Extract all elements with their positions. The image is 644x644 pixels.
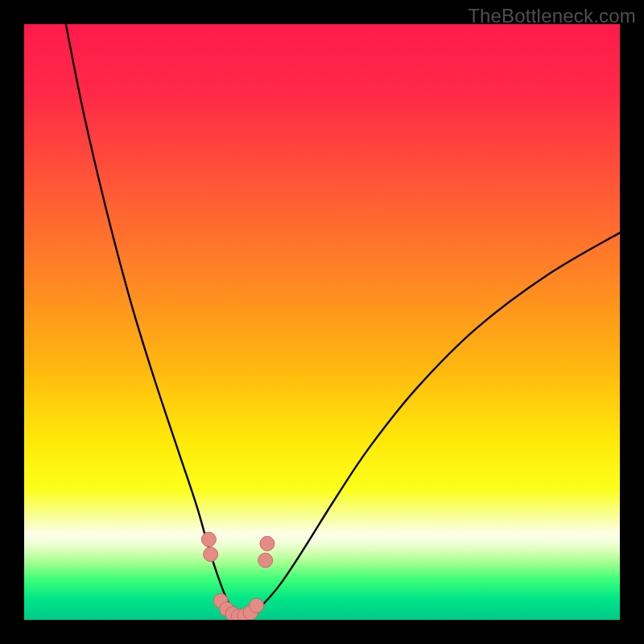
outer-frame: TheBottleneck.com: [0, 0, 644, 644]
data-point: [260, 536, 275, 551]
data-point: [250, 598, 264, 613]
plot-area: [24, 24, 620, 620]
watermark-text: TheBottleneck.com: [468, 5, 636, 27]
data-point: [258, 553, 273, 568]
curve-layer: [24, 24, 620, 620]
bottleneck-curve: [66, 24, 620, 617]
data-point: [204, 547, 218, 562]
data-point: [201, 532, 216, 547]
data-point-markers: [201, 532, 275, 620]
